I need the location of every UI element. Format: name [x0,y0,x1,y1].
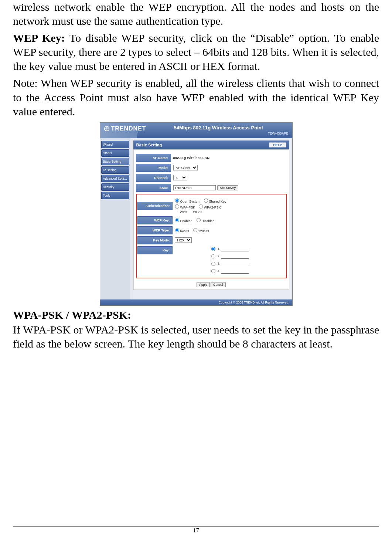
key-1-input[interactable] [221,246,249,251]
site-survey-button[interactable]: Site Survey [217,185,238,190]
panel-title-bar: Basic Setting HELP [133,140,289,149]
page-number: 17 [0,527,392,534]
label-key-mode: Key Mode: [137,236,173,244]
ssid-input[interactable] [173,185,216,190]
label-authentication: Authentication: [137,202,173,210]
wep-enabled[interactable]: Enabled [175,217,192,223]
wep-key-label: WEP Key: [13,32,69,44]
device-model: TEW-430APB [268,132,289,135]
header-logo-area: TRENDNET [100,123,168,138]
channel-select[interactable]: 6 [173,175,187,180]
globe-icon [104,126,110,132]
paragraph-3-note: Note: When WEP security is enabled, all … [13,76,379,118]
wep-64bits[interactable]: 64bits [175,227,189,233]
sidebar-item-status[interactable]: Status [101,149,129,157]
key-4-input[interactable] [221,268,249,274]
brand-logo: TRENDNET [104,125,146,132]
label-wep-type: WEP Type: [137,226,173,234]
router-admin-screenshot: TRENDNET 54Mbps 802.11g Wireless Access … [100,122,293,306]
label-mode: Mode: [136,164,171,172]
auth-wpa2-psk[interactable]: WPA2-PSK [198,206,221,209]
auth-wpa2-text: WPA2 [193,210,202,214]
screenshot-header: TRENDNET 54Mbps 802.11g Wireless Access … [100,123,292,138]
panel-title: Basic Setting [136,143,162,147]
mode-select[interactable]: AP Client [173,165,198,170]
footer-rule [13,526,379,526]
security-highlight-box: Authentication: Open System Shared Key W… [136,194,287,278]
paragraph-1: wireless network enable the WEP encrypti… [13,0,379,28]
auth-wpa-psk[interactable]: WPA-PSK [175,206,195,209]
auth-open-system[interactable]: Open System [175,200,201,203]
action-buttons: Apply Cancel [136,282,287,287]
key-2-input[interactable] [221,254,249,259]
auth-wpa-text: WPA [180,210,187,214]
key-4-row[interactable]: 4. [211,268,249,274]
main-panel: Basic Setting HELP AP Name: 802.11g Wire… [130,138,292,299]
wep-128bits[interactable]: 128bits [193,227,209,233]
label-key: Key: [137,246,173,254]
sidebar-item-advanced-setting[interactable]: Advanced Setting [101,175,129,182]
key-1-row[interactable]: 1. [211,246,249,251]
label-ssid: SSID: [136,184,171,192]
sidebar-item-security[interactable]: Security [101,183,129,191]
device-title: 54Mbps 802.11g Wireless Access Point [174,125,263,131]
form-area: AP Name: 802.11g Wireless LAN Mode: AP C… [133,149,289,290]
paragraph-4: If WPA-PSK or WPA2-PSK is selected, user… [13,323,379,351]
cancel-button[interactable]: Cancel [211,282,225,287]
key-3-row[interactable]: 3. [211,261,249,266]
key-mode-select[interactable]: HEX [175,237,192,243]
copyright-bar: Copyright © 2006 TRENDnet. All Rights Re… [100,299,292,305]
label-ap-name: AP Name: [136,154,171,162]
value-ap-name: 802.11g Wireless LAN [173,156,210,160]
sidebar-item-wizard[interactable]: Wizard [101,141,129,148]
label-channel: Channel: [136,174,171,182]
sidebar-nav: Wizard Status Basic Setting IP Setting A… [100,138,130,299]
label-wep-key: WEP Key: [137,216,173,224]
sidebar-item-ip-setting[interactable]: IP Setting [101,166,129,174]
wep-disabled[interactable]: Disabled [196,217,215,223]
help-button[interactable]: HELP [269,142,286,148]
paragraph-2: WEP Key: To disable WEP security, click … [13,31,379,73]
apply-button[interactable]: Apply [197,282,209,287]
auth-shared-key[interactable]: Shared Key [204,200,226,203]
key-3-input[interactable] [221,261,249,266]
sidebar-item-basic-setting[interactable]: Basic Setting [101,158,129,165]
sidebar-item-tools[interactable]: Tools [101,192,129,199]
heading-wpa-psk: WPA-PSK / WPA2-PSK: [13,309,379,321]
key-2-row[interactable]: 2. [211,254,249,259]
